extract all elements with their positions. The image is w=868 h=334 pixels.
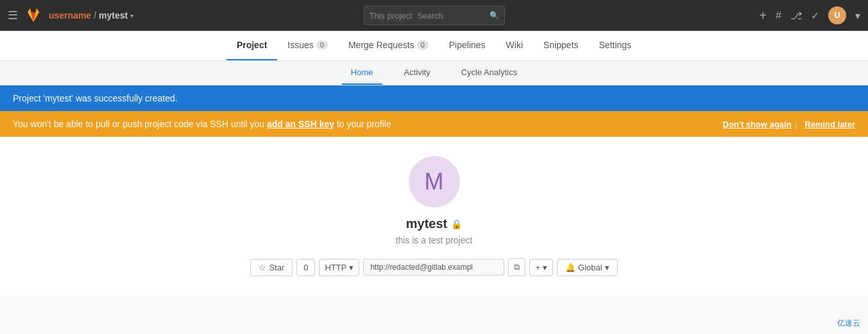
hash-icon[interactable]: # xyxy=(776,10,781,21)
alert-success: Project 'mytest' was successfully create… xyxy=(0,85,868,111)
project-dropdown-icon[interactable]: ▾ xyxy=(130,12,133,19)
alert-success-message: Project 'mytest' was successfully create… xyxy=(13,93,178,103)
alert-warning-actions: Don't show again | Remind later xyxy=(719,119,855,129)
clone-url-input[interactable] xyxy=(363,259,504,276)
tab-settings[interactable]: Settings xyxy=(589,31,642,60)
lock-icon: 🔒 xyxy=(451,219,462,229)
bell-icon: 🔔 xyxy=(565,263,575,272)
issues-badge: 0 xyxy=(316,40,328,49)
add-dropdown[interactable]: + ▾ xyxy=(529,259,553,276)
breadcrumb-separator: / xyxy=(94,10,96,21)
notification-dropdown-arrow: ▾ xyxy=(605,263,609,272)
top-navbar: ☰ username / mytest ▾ 🔍 + # ⎇ ✓ U ▾ xyxy=(0,0,868,31)
plus-add-label: + xyxy=(535,263,540,272)
avatar[interactable]: U xyxy=(828,6,846,24)
avatar-dropdown-icon[interactable]: ▾ xyxy=(855,10,860,22)
notification-button[interactable]: 🔔 Global ▾ xyxy=(557,259,618,276)
tab-snippets[interactable]: Snippets xyxy=(533,31,588,60)
tab-issues[interactable]: Issues 0 xyxy=(277,31,338,60)
http-label: HTTP xyxy=(325,263,346,272)
global-search-box[interactable]: 🔍 xyxy=(364,6,505,25)
check-icon[interactable]: ✓ xyxy=(811,10,819,22)
pipe-divider: | xyxy=(795,119,797,129)
star-icon: ☆ xyxy=(259,263,266,272)
search-input[interactable] xyxy=(370,11,489,21)
add-dropdown-arrow: ▾ xyxy=(543,263,547,272)
project-nav: Project Issues 0 Merge Requests 0 Pipeli… xyxy=(0,31,868,61)
sub-nav: Home Activity Cycle Analytics xyxy=(0,61,868,85)
notification-label: Global xyxy=(578,263,602,272)
copy-icon: ⧉ xyxy=(514,262,520,272)
remind-later-link[interactable]: Remind later xyxy=(804,119,855,129)
merge-requests-badge: 0 xyxy=(417,40,429,49)
project-title: mytest 🔒 xyxy=(406,216,462,231)
project-avatar: M xyxy=(409,156,460,207)
plus-icon[interactable]: + xyxy=(759,8,767,23)
tab-pipelines[interactable]: Pipelines xyxy=(439,31,496,60)
project-description: this is a test project xyxy=(396,235,473,245)
subnav-home[interactable]: Home xyxy=(342,61,382,85)
http-dropdown-arrow: ▾ xyxy=(349,263,353,272)
star-count: 0 xyxy=(296,259,315,276)
dont-show-again-link[interactable]: Don't show again xyxy=(723,119,792,129)
main-content: M mytest 🔒 this is a test project ☆ Star… xyxy=(0,137,868,295)
tab-project[interactable]: Project xyxy=(226,31,277,60)
hamburger-menu[interactable]: ☰ xyxy=(8,8,18,22)
star-label: Star xyxy=(269,263,284,272)
copy-url-button[interactable]: ⧉ xyxy=(508,258,525,276)
tab-wiki[interactable]: Wiki xyxy=(496,31,533,60)
subnav-cycle-analytics[interactable]: Cycle Analytics xyxy=(452,61,526,85)
alert-warning-text: You won't be able to pull or push projec… xyxy=(13,119,391,129)
star-button[interactable]: ☆ Star xyxy=(250,259,293,276)
merge-icon[interactable]: ⎇ xyxy=(790,10,802,22)
breadcrumb: username / mytest ▾ xyxy=(49,10,133,21)
search-icon: 🔍 xyxy=(489,11,499,20)
subnav-activity[interactable]: Activity xyxy=(395,61,439,85)
project-name-label: mytest xyxy=(406,216,447,231)
alert-warning: You won't be able to pull or push projec… xyxy=(0,111,868,137)
breadcrumb-username[interactable]: username xyxy=(49,10,91,21)
breadcrumb-project[interactable]: mytest xyxy=(99,10,128,21)
gitlab-logo xyxy=(24,6,42,24)
project-toolbar: ☆ Star 0 HTTP ▾ ⧉ + ▾ 🔔 Global ▾ xyxy=(250,258,617,276)
http-dropdown[interactable]: HTTP ▾ xyxy=(319,259,359,276)
add-ssh-key-link[interactable]: add an SSH key xyxy=(267,119,334,129)
tab-merge-requests[interactable]: Merge Requests 0 xyxy=(338,31,439,60)
